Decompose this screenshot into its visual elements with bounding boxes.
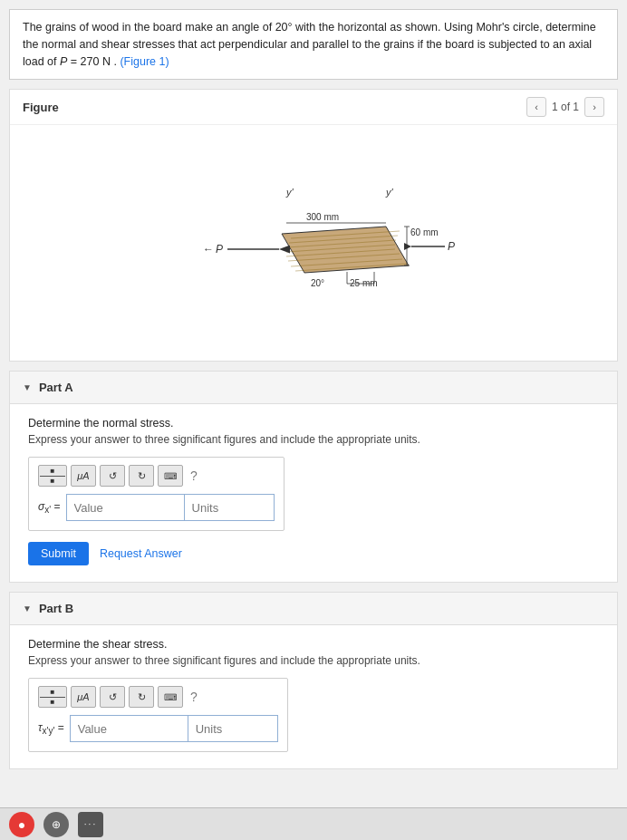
figure-prev-btn[interactable]: ‹ <box>526 97 546 117</box>
svg-text:20°: 20° <box>311 278 324 288</box>
part-a-input-row: σx' = <box>38 494 275 521</box>
bottom-icon-dots[interactable]: ··· <box>78 812 103 837</box>
part-b-value-input[interactable] <box>70 715 188 742</box>
figure-section: Figure ‹ 1 of 1 › y' y' 300 mm <box>9 89 618 362</box>
svg-text:P: P <box>448 240 455 253</box>
part-b-answer-box: ■ ■ μΑ ↺ ↻ ⌨ ? τx'y' = <box>28 678 288 752</box>
help-icon-a[interactable]: ? <box>190 468 198 483</box>
bottom-bar: ● ⊕ ··· <box>0 807 627 840</box>
svg-marker-19 <box>404 243 411 250</box>
help-icon-b[interactable]: ? <box>190 690 198 704</box>
part-a-actions: Submit Request Answer <box>28 542 599 565</box>
svg-text:25 mm: 25 mm <box>350 278 378 288</box>
part-b-input-row: τx'y' = <box>38 715 278 742</box>
part-a-title: Part A <box>39 381 73 394</box>
part-b-instruction: Determine the shear stress. <box>28 638 599 651</box>
part-a-content: Determine the normal stress. Express you… <box>10 404 617 582</box>
svg-text:60 mm: 60 mm <box>410 227 439 237</box>
figure-nav-label: 1 of 1 <box>552 101 579 113</box>
problem-value: = 270 N <box>71 55 111 68</box>
figure-link[interactable]: (Figure 1) <box>120 55 169 68</box>
part-a-collapse-icon[interactable]: ▼ <box>23 382 32 392</box>
keyboard-btn-b[interactable]: ⌨ <box>158 686 183 708</box>
part-b-units-input[interactable] <box>188 715 278 742</box>
redo-btn-b[interactable]: ↻ <box>129 686 154 708</box>
fraction-btn-b[interactable]: ■ ■ <box>38 686 67 708</box>
undo-btn-b[interactable]: ↺ <box>100 686 125 708</box>
request-answer-link-a[interactable]: Request Answer <box>100 547 182 560</box>
svg-text:←: ← <box>203 243 214 256</box>
part-a-answer-box: ■ ■ μΑ ↺ ↻ ⌨ ? σx' = <box>28 457 285 531</box>
svg-text:y': y' <box>385 187 394 198</box>
part-b-title: Part B <box>39 602 73 615</box>
figure-header: Figure ‹ 1 of 1 › <box>10 90 617 125</box>
part-a-units-input[interactable] <box>184 494 275 521</box>
bottom-icon-red[interactable]: ● <box>9 812 34 837</box>
part-b-section: ▼ Part B Determine the shear stress. Exp… <box>9 592 618 769</box>
part-a-section: ▼ Part A Determine the normal stress. Ex… <box>9 371 618 583</box>
mu-btn-b[interactable]: μΑ <box>71 686 96 708</box>
svg-text:y': y' <box>285 187 294 198</box>
part-a-header: ▼ Part A <box>10 372 617 404</box>
keyboard-btn-a[interactable]: ⌨ <box>158 465 183 487</box>
problem-statement: The grains of wood in the board make an … <box>9 9 618 80</box>
part-b-collapse-icon[interactable]: ▼ <box>23 603 32 613</box>
part-a-value-input[interactable] <box>66 494 184 521</box>
part-a-input-label: σx' = <box>38 500 61 515</box>
part-b-header: ▼ Part B <box>10 593 617 625</box>
part-b-input-label: τx'y' = <box>38 721 64 736</box>
part-a-subinstruction: Express your answer to three significant… <box>28 433 599 446</box>
svg-text:P: P <box>216 243 223 256</box>
part-b-content: Determine the shear stress. Express your… <box>10 625 617 768</box>
bottom-icon-dark[interactable]: ⊕ <box>43 812 69 837</box>
part-a-instruction: Determine the normal stress. <box>28 417 599 430</box>
problem-var: P <box>60 55 67 68</box>
figure-canvas: y' y' 300 mm P ← P <box>10 125 617 361</box>
fraction-btn-a[interactable]: ■ ■ <box>38 465 67 487</box>
svg-text:300 mm: 300 mm <box>306 212 339 222</box>
figure-title: Figure <box>23 101 59 114</box>
submit-btn-a[interactable]: Submit <box>28 542 89 565</box>
mu-btn-a[interactable]: μΑ <box>71 465 96 487</box>
undo-btn-a[interactable]: ↺ <box>100 465 125 487</box>
part-b-toolbar: ■ ■ μΑ ↺ ↻ ⌨ ? <box>38 686 278 708</box>
figure-nav: ‹ 1 of 1 › <box>526 97 604 117</box>
figure-diagram: y' y' 300 mm P ← P <box>169 170 458 315</box>
part-a-toolbar: ■ ■ μΑ ↺ ↻ ⌨ ? <box>38 465 275 487</box>
part-b-subinstruction: Express your answer to three significant… <box>28 654 599 667</box>
redo-btn-a[interactable]: ↻ <box>129 465 154 487</box>
figure-next-btn[interactable]: › <box>584 97 604 117</box>
